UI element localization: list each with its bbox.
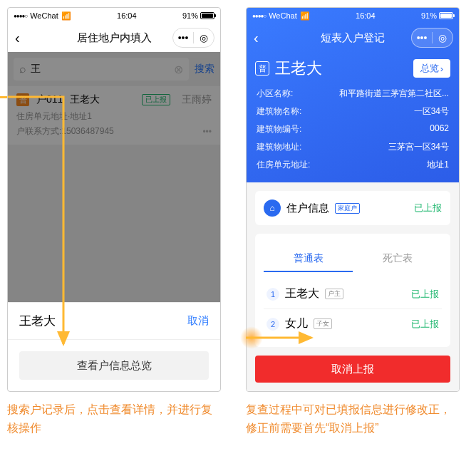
header-panel: ●●●●○ WeChat 📶 16:04 91% ‹ 短表入户登记 ••• ◎: [247, 8, 459, 182]
capsule-more-button[interactable]: •••: [173, 28, 193, 47]
member-name: 王老大: [285, 286, 319, 301]
info-value: 三茅宫一区34号: [388, 141, 449, 153]
member-name: 女儿: [285, 316, 308, 331]
house-title: 住户信息: [286, 202, 329, 215]
phone-right: ●●●●○ WeChat 📶 16:04 91% ‹ 短表入户登记 ••• ◎: [246, 7, 460, 392]
nav-bar: ‹ 居住地户内填入 ••• ◎: [8, 24, 220, 52]
tab-normal[interactable]: 普通表: [264, 247, 353, 272]
caption-left: 搜索户记录后，点击查看详情，并进行复核操作: [7, 400, 221, 437]
view-overview-button[interactable]: 查看户信息总览: [19, 351, 209, 380]
status-badge: 已上报: [411, 288, 439, 301]
info-label: 建筑物名称:: [257, 105, 301, 118]
action-sheet: 王老大 取消 查看户信息总览: [8, 302, 220, 391]
family-tag: 家庭户: [335, 203, 360, 214]
chevron-right-icon: ›: [440, 63, 443, 74]
content-area: ⌕ ⊗ 搜索 普 户011 王老大 已上报 王雨婷 住房单元地址·地址1 户联系…: [8, 52, 220, 391]
capsule-close-button[interactable]: ◎: [194, 28, 214, 47]
overview-button[interactable]: 总览›: [413, 59, 450, 78]
back-button[interactable]: ‹: [15, 30, 20, 46]
clock: 16:04: [71, 11, 182, 20]
status-bar: ●●●●○ WeChat 📶 16:04 91%: [247, 8, 459, 24]
back-button[interactable]: ‹: [254, 30, 259, 46]
status-bar: ●●●●○ WeChat 📶 16:04 91%: [8, 8, 220, 24]
carrier-label: WeChat: [30, 11, 58, 20]
tab-death[interactable]: 死亡表: [353, 247, 442, 272]
wifi-icon: 📶: [300, 11, 310, 21]
arrow-entry: [0, 96, 7, 98]
info-label: 建筑物地址:: [257, 141, 301, 153]
info-row: 小区名称:和平路街道三茅宫第二社区...: [247, 85, 459, 103]
info-value: 地址1: [427, 159, 449, 171]
battery-label: 91%: [182, 11, 198, 20]
page-title: 居住地户内填入: [77, 31, 152, 45]
cancel-report-button[interactable]: 取消上报: [255, 356, 450, 383]
wifi-icon: 📶: [61, 11, 71, 21]
members-card: 普通表 死亡表 1王老大户主已上报2女儿子女已上报: [255, 234, 450, 347]
info-value: 和平路街道三茅宫第二社区...: [339, 88, 449, 100]
house-info-card: ⌂ 住户信息 家庭户 已上报: [255, 191, 450, 225]
battery-icon: [439, 12, 453, 19]
mini-program-capsule: ••• ◎: [172, 28, 214, 48]
sheet-cancel-button[interactable]: 取消: [187, 314, 209, 328]
info-row: 住房单元地址:地址1: [247, 156, 459, 174]
member-row[interactable]: 1王老大户主已上报: [264, 279, 442, 309]
info-label: 小区名称:: [257, 88, 293, 100]
nav-bar: ‹ 短表入户登记 ••• ◎: [247, 24, 459, 52]
house-icon: ⌂: [264, 199, 281, 217]
status-badge: 已上报: [411, 318, 439, 331]
info-row: 建筑物名称:一区34号: [247, 103, 459, 120]
phone-left: ●●●●○ WeChat 📶 16:04 91% ‹ 居住地户内填入 ••• ◎…: [7, 7, 221, 392]
member-role: 户主: [325, 289, 343, 299]
member-row[interactable]: 2女儿子女已上报: [264, 309, 442, 338]
capsule-close-button[interactable]: ◎: [433, 28, 452, 47]
info-label: 建筑物编号:: [257, 123, 301, 135]
body-panel: ⌂ 住户信息 家庭户 已上报 普通表 死亡表 1王老大户主已上报2女儿子女已上报…: [247, 182, 459, 391]
info-value: 0062: [430, 123, 449, 135]
clock: 16:04: [310, 11, 421, 20]
carrier-label: WeChat: [269, 11, 297, 20]
signal-icon: ●●●●○: [252, 13, 266, 19]
battery-icon: [200, 12, 214, 19]
info-row: 建筑物编号:0062: [247, 120, 459, 138]
signal-icon: ●●●●○: [14, 13, 27, 19]
highlight-glow: [240, 326, 263, 349]
pu-badge: 普: [255, 61, 269, 76]
mini-program-capsule: ••• ◎: [411, 28, 453, 48]
caption-right: 复查过程中可对已填报信息进行修改正，修正前需要首先“取消上报”: [246, 400, 460, 437]
status-badge: 已上报: [414, 202, 442, 214]
info-value: 一区34号: [414, 105, 449, 118]
capsule-more-button[interactable]: •••: [412, 28, 432, 47]
household-name: 王老大: [275, 58, 408, 79]
member-index: 1: [267, 288, 279, 301]
member-index: 2: [267, 318, 279, 331]
info-row: 建筑物地址:三茅宫一区34号: [247, 138, 459, 156]
member-role: 子女: [314, 318, 332, 329]
battery-label: 91%: [421, 11, 437, 20]
info-label: 住房单元地址:: [257, 159, 310, 171]
sheet-title: 王老大: [19, 313, 56, 329]
page-title: 短表入户登记: [321, 31, 385, 45]
